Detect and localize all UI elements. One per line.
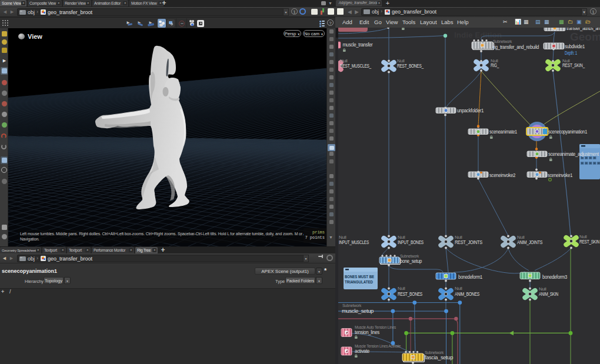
svg-text:REST_SKIN: REST_SKIN: [579, 239, 599, 245]
svg-text:ANIM_BONES: ANIM_BONES: [455, 291, 479, 297]
svg-text:INPUT_MUSCLES: INPUT_MUSCLES: [339, 239, 369, 245]
svg-text:scenecopyanimation1: scenecopyanimation1: [548, 129, 587, 135]
svg-text:sceneanimate_adjustment: sceneanimate_adjustment: [548, 151, 599, 157]
svg-text:Indie Edition: Indie Edition: [454, 31, 502, 39]
svg-text:unpackfolder1: unpackfolder1: [457, 108, 484, 113]
svg-text:RIG_: RIG_: [491, 62, 499, 68]
svg-text:sceneanimate1: sceneanimate1: [489, 129, 517, 135]
svg-text:muscle_setup: muscle_setup: [342, 308, 374, 314]
svg-text:bonedeform3: bonedeform3: [542, 274, 567, 280]
svg-text:tension_lines: tension_lines: [355, 329, 380, 335]
svg-text:ANIM_SKIN: ANIM_SKIN: [539, 291, 558, 297]
svg-text:REST_BONES_: REST_BONES_: [397, 63, 424, 69]
svg-text:sceneinvoke2: sceneinvoke2: [489, 172, 515, 178]
svg-text:Depth: 1: Depth: 1: [565, 51, 578, 56]
svg-text:INPUT_BONES: INPUT_BONES: [398, 239, 424, 245]
svg-text:REST_MUSCLES_: REST_MUSCLES_: [340, 63, 371, 69]
svg-text:bonedeform1: bonedeform1: [458, 274, 482, 280]
svg-text:rig_transfer_and_rebuild: rig_transfer_and_rebuild: [493, 44, 539, 50]
svg-text:subdivide1: subdivide1: [565, 44, 585, 49]
svg-text:Geometry: Geometry: [570, 31, 600, 43]
svg-text:sceneinvoke1: sceneinvoke1: [548, 172, 572, 178]
svg-text:transfer_attribs_an: transfer_attribs_an: [566, 28, 600, 31]
svg-text:ANIM_JOINTS: ANIM_JOINTS: [517, 239, 542, 245]
svg-text:Null: Null: [455, 286, 462, 291]
svg-text:activate: activate: [355, 348, 369, 354]
svg-text:fascia_setup: fascia_setup: [425, 355, 454, 360]
svg-text:REST_JOINTS: REST_JOINTS: [455, 239, 482, 245]
svg-text:REST_SKIN_: REST_SKIN_: [562, 62, 585, 68]
svg-text:Null: Null: [398, 286, 405, 291]
svg-text:bone_setup: bone_setup: [400, 258, 422, 264]
svg-text:REST_BONES: REST_BONES: [398, 291, 422, 297]
svg-text:TRIANGULATED: TRIANGULATED: [345, 279, 373, 285]
svg-text:muscle_transfer: muscle_transfer: [342, 42, 372, 48]
svg-text:Subnetwork: Subnetwork: [342, 303, 361, 308]
